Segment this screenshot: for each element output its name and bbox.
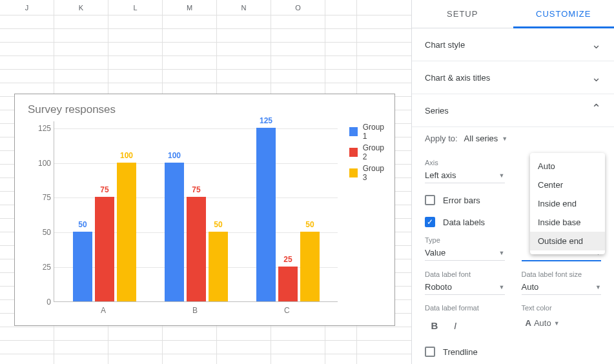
data-label-size-select[interactable]: Auto ▼ [522,278,602,295]
cell[interactable] [163,70,217,83]
data-label-size-label: Data label font size [522,270,602,278]
cell[interactable] [217,15,271,29]
dropdown-option[interactable]: Inside base [530,213,605,232]
cell[interactable] [108,354,163,364]
cell[interactable] [325,15,357,29]
cell[interactable] [217,327,271,341]
cell[interactable] [325,70,357,83]
cell[interactable] [163,354,217,364]
cell[interactable] [217,29,271,43]
bar[interactable] [95,197,114,301]
legend-item[interactable]: Group 1 [349,123,388,141]
cell[interactable] [163,56,217,70]
cell[interactable] [0,354,54,364]
cell[interactable] [0,70,54,83]
bar[interactable] [73,232,92,301]
cell[interactable] [54,15,108,29]
cell[interactable] [325,341,357,354]
cell[interactable] [163,327,217,341]
bar[interactable] [165,163,184,301]
cell[interactable] [108,70,163,83]
cell[interactable] [217,56,271,70]
cell[interactable] [271,43,325,56]
bar[interactable] [278,267,298,301]
column-header[interactable]: O [271,0,325,15]
cell[interactable] [0,15,54,29]
section-chart-style[interactable]: Chart style ⌄ [412,28,614,61]
cell[interactable] [163,15,217,29]
cell[interactable] [163,341,217,354]
cell[interactable] [325,43,357,56]
cell[interactable] [108,327,163,341]
dropdown-option[interactable]: Outside end [530,232,605,250]
cell[interactable] [54,70,108,83]
bar[interactable] [256,128,276,301]
data-label-font-select[interactable]: Roboto ▼ [425,278,505,295]
chart-object[interactable]: Survey responses 0255075100125 507510010… [14,94,395,326]
axis-label: Axis [425,159,505,167]
cell[interactable] [325,327,357,341]
cell[interactable] [217,43,271,56]
chevron-down-icon: ⌄ [591,37,601,52]
cell[interactable] [54,43,108,56]
cell[interactable] [54,29,108,43]
cell[interactable] [271,15,325,29]
column-header[interactable]: L [108,0,163,15]
cell[interactable] [217,341,271,354]
cell[interactable] [271,29,325,43]
cell[interactable] [54,327,108,341]
column-header[interactable] [325,0,357,15]
tab-customize[interactable]: CUSTOMIZE [513,0,615,28]
cell[interactable] [54,341,108,354]
cell[interactable] [0,341,54,354]
cell[interactable] [0,43,54,56]
cell[interactable] [108,341,163,354]
column-header[interactable]: J [0,0,54,15]
column-header[interactable]: M [163,0,217,15]
legend-item[interactable]: Group 3 [349,164,388,182]
cell[interactable] [217,70,271,83]
section-series[interactable]: Series ⌃ [412,94,614,127]
cell[interactable] [54,354,108,364]
column-header[interactable]: K [54,0,108,15]
cell[interactable] [108,56,163,70]
text-color-button[interactable]: A Auto ▼ [522,316,602,330]
tab-setup[interactable]: SETUP [412,0,513,28]
cell[interactable] [54,56,108,70]
bold-button[interactable]: B [425,316,444,335]
cell[interactable] [325,354,357,364]
cell[interactable] [108,15,163,29]
cell[interactable] [108,43,163,56]
trendline-checkbox-row[interactable]: Trendline [425,347,601,357]
apply-to-select[interactable]: All series ▼ [464,134,508,143]
cell[interactable] [325,56,357,70]
bar[interactable] [300,232,320,301]
column-header[interactable]: N [217,0,271,15]
cell[interactable] [217,354,271,364]
cell[interactable] [271,327,325,341]
data-label: 25 [278,255,298,264]
cell[interactable] [271,354,325,364]
dropdown-option[interactable]: Center [530,176,605,194]
cell[interactable] [163,43,217,56]
section-axis-titles[interactable]: Chart & axis titles ⌄ [412,61,614,94]
bar[interactable] [117,163,136,301]
cell[interactable] [271,56,325,70]
cell[interactable] [0,327,54,341]
cell[interactable] [325,29,357,43]
cell[interactable] [108,29,163,43]
cell[interactable] [163,29,217,43]
dropdown-option[interactable]: Inside end [530,194,605,213]
bar[interactable] [187,197,206,301]
cell[interactable] [271,70,325,83]
cell[interactable] [271,341,325,354]
y-tick-label: 25 [33,263,51,272]
axis-select[interactable]: Left axis ▼ [425,167,505,183]
bar[interactable] [209,232,228,301]
type-select[interactable]: Value ▼ [425,244,505,261]
cell[interactable] [0,56,54,70]
italic-button[interactable]: I [445,316,465,335]
legend-item[interactable]: Group 2 [349,143,388,161]
cell[interactable] [0,29,54,43]
dropdown-option[interactable]: Auto [530,157,605,176]
